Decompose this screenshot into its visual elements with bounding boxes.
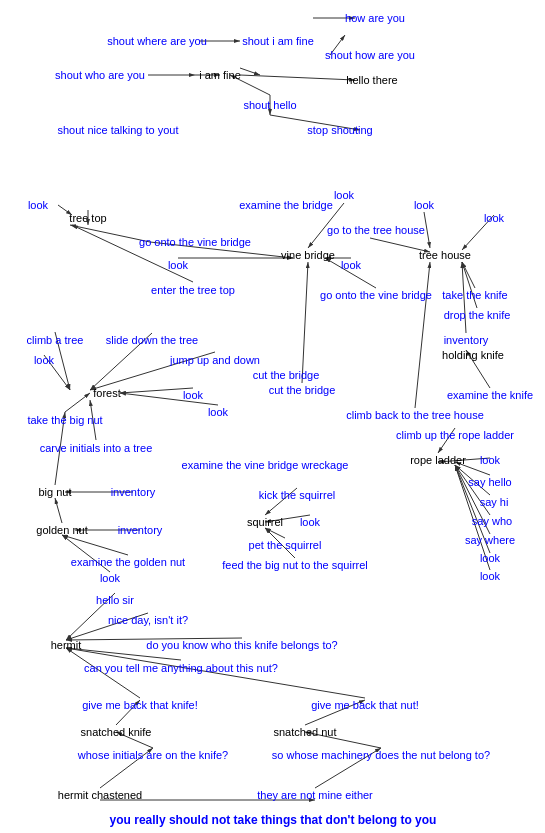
arrow-35 xyxy=(302,262,308,383)
stop_shouting: stop shouting xyxy=(307,124,372,136)
look_rl2: look xyxy=(480,552,500,564)
snatched_nut: snatched nut xyxy=(274,726,337,738)
arrow-22 xyxy=(462,262,475,288)
inventory_gn: inventory xyxy=(118,524,163,536)
take_knife: take the knife xyxy=(442,289,507,301)
you_really_should: you really should not take things that d… xyxy=(110,813,437,827)
examine_bridge: examine the bridge xyxy=(239,199,333,211)
climb_rope_ladder: climb up the rope ladder xyxy=(396,429,514,441)
hello_there: hello there xyxy=(346,74,397,86)
say_where: say where xyxy=(465,534,515,546)
hermit_chastened: hermit chastened xyxy=(58,789,142,801)
shout_i_am_fine: shout i am fine xyxy=(242,35,314,47)
give_back_nut: give me back that nut! xyxy=(311,699,419,711)
arrow-15 xyxy=(72,225,193,282)
shout_hello: shout hello xyxy=(243,99,296,111)
look_tt: look xyxy=(28,199,48,211)
cut_bridge2: cut the bridge xyxy=(269,384,336,396)
shout_who_are_you: shout who are you xyxy=(55,69,145,81)
say_hello: say hello xyxy=(468,476,511,488)
look_vb: look xyxy=(341,259,361,271)
go_onto_vine_bridge2: go onto the vine bridge xyxy=(320,289,432,301)
shout_how_are_you: shout how are you xyxy=(325,49,415,61)
arrow-45 xyxy=(55,498,62,523)
nice_day: nice day, isn't it? xyxy=(108,614,188,626)
look_th_top: look xyxy=(414,199,434,211)
arrow-30 xyxy=(65,393,90,412)
give_back_knife: give me back that knife! xyxy=(82,699,198,711)
look_rl3: look xyxy=(480,570,500,582)
arrow-29 xyxy=(120,393,218,405)
look_vb_top: look xyxy=(334,189,354,201)
look_f1: look xyxy=(34,354,54,366)
hermit: hermit xyxy=(51,639,82,651)
kick_squirrel: kick the squirrel xyxy=(259,489,335,501)
look_sq: look xyxy=(300,516,320,528)
look_f3: look xyxy=(208,406,228,418)
examine_knife: examine the knife xyxy=(447,389,533,401)
so_whose_machinery: so whose machinery does the nut belong t… xyxy=(272,749,490,761)
take_big_nut: take the big nut xyxy=(27,414,102,426)
cut_bridge1: cut the bridge xyxy=(253,369,320,381)
jump_up_down: jump up and down xyxy=(170,354,260,366)
look_inner: look xyxy=(168,259,188,271)
holding_knife: holding knife xyxy=(442,349,504,361)
whose_initials_knife: whose initials are on the knife? xyxy=(78,749,228,761)
feed_big_nut: feed the big nut to the squirrel xyxy=(222,559,368,571)
they_are_not_mine: they are not mine either xyxy=(257,789,373,801)
can_you_tell: can you tell me anything about this nut? xyxy=(84,662,278,674)
slide_down_tree: slide down the tree xyxy=(106,334,198,346)
say_who: say who xyxy=(472,515,512,527)
big_nut: big nut xyxy=(38,486,71,498)
arrow-12 xyxy=(70,225,150,242)
tree_top: tree top xyxy=(69,212,106,224)
enter_tree_top: enter the tree top xyxy=(151,284,235,296)
vine_bridge: vine bridge xyxy=(281,249,335,261)
shout_where_are_you: shout where are you xyxy=(107,35,207,47)
go_to_tree_house: go to the tree house xyxy=(327,224,425,236)
look_rl: look xyxy=(480,454,500,466)
shout_nice_talking: shout nice talking to yout xyxy=(57,124,178,136)
do_you_know: do you know who this knife belongs to? xyxy=(146,639,337,651)
arrow-2 xyxy=(240,68,260,75)
arrow-6 xyxy=(240,75,355,80)
look_gn: look xyxy=(100,572,120,584)
graph-container: how are youshout where are youshout i am… xyxy=(0,0,545,833)
pet_squirrel: pet the squirrel xyxy=(249,539,322,551)
climb_back: climb back to the tree house xyxy=(346,409,484,421)
look_th2: look xyxy=(484,212,504,224)
rope_ladder: rope ladder xyxy=(410,454,466,466)
how_are_you: how are you xyxy=(345,12,405,24)
say_hi: say hi xyxy=(480,496,509,508)
go_onto_vine_bridge: go onto the vine bridge xyxy=(139,236,251,248)
carve_initials: carve initials into a tree xyxy=(40,442,153,454)
climb_a_tree: climb a tree xyxy=(27,334,84,346)
squirrel: squirrel xyxy=(247,516,283,528)
look_f2: look xyxy=(183,389,203,401)
arrow-33 xyxy=(415,262,430,408)
examine_vine_wreckage: examine the vine bridge wreckage xyxy=(182,459,349,471)
arrow-47 xyxy=(62,535,128,555)
forest: forest xyxy=(93,387,121,399)
hello_sir: hello sir xyxy=(96,594,134,606)
golden_nut: golden nut xyxy=(36,524,87,536)
arrow-43 xyxy=(265,528,285,538)
snatched_knife: snatched knife xyxy=(81,726,152,738)
tree_house: tree house xyxy=(419,249,471,261)
arrow-23 xyxy=(462,262,477,308)
drop_knife: drop the knife xyxy=(444,309,511,321)
examine_golden_nut: examine the golden nut xyxy=(71,556,185,568)
inventory_knife: inventory xyxy=(444,334,489,346)
i_am_fine: i am fine xyxy=(199,69,241,81)
inventory_bn: inventory xyxy=(111,486,156,498)
